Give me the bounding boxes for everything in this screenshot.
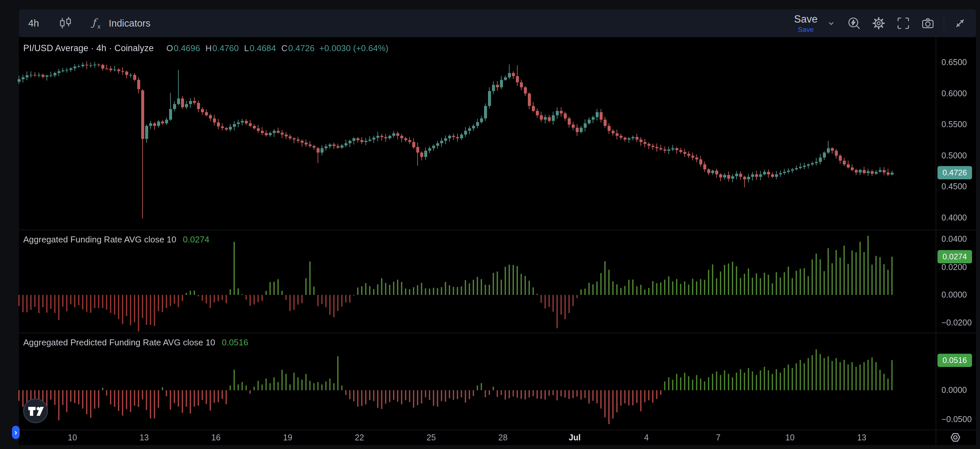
- time-tick-label: 10: [785, 433, 795, 443]
- drawing-panel-expand-handle[interactable]: ›: [12, 426, 20, 439]
- predicted-legend-value: 0.0516: [222, 337, 248, 348]
- funding-legend-value: 0.0274: [183, 235, 210, 245]
- funding-value-badge: 0.0274: [937, 250, 972, 263]
- symbol-title[interactable]: PI/USD Average · 4h · Coinalyze: [23, 43, 154, 54]
- low-label: L: [244, 43, 249, 54]
- price-pane-legend[interactable]: PI/USD Average · 4h · Coinalyze O 0.4696…: [23, 43, 388, 54]
- time-tick-label: 4: [644, 433, 649, 443]
- close-value: 0.4726: [288, 43, 315, 54]
- scale-tick-label: 0.5000: [942, 151, 967, 160]
- time-tick-label: 13: [140, 433, 149, 443]
- scale-tick-label: −0.0200: [942, 318, 972, 327]
- time-tick-label: 7: [716, 433, 721, 443]
- scale-tick-label: 0.4500: [942, 182, 967, 191]
- tradingview-chart-app: 4h ƒ x Indicato: [0, 0, 980, 449]
- time-tick-label: 22: [355, 433, 364, 443]
- time-tick-label: 25: [426, 433, 436, 443]
- high-value: 0.4760: [212, 43, 239, 54]
- open-value: 0.4696: [174, 43, 200, 54]
- scale-tick-label: 0.0200: [942, 262, 967, 272]
- clock-icon[interactable]: [947, 430, 963, 446]
- time-tick-label: 13: [857, 433, 866, 443]
- scale-tick-label: 0.0000: [942, 385, 967, 395]
- price-scale[interactable]: 0.65000.60000.55000.50000.45000.40000.04…: [936, 0, 980, 449]
- scale-tick-label: 0.5500: [942, 119, 967, 129]
- last-price-badge: 0.4726: [937, 166, 972, 179]
- time-tick-label: 28: [498, 433, 508, 443]
- scale-tick-label: −0.0500: [942, 414, 972, 424]
- time-tick-label: 16: [211, 433, 221, 443]
- scale-tick-label: 0.0000: [942, 290, 967, 300]
- high-label: H: [205, 43, 212, 54]
- time-tick-label: 19: [283, 433, 292, 443]
- scale-tick-label: 0.6000: [942, 89, 967, 98]
- scale-tick-label: 0.4000: [942, 213, 967, 222]
- tradingview-logo[interactable]: [23, 398, 48, 425]
- scale-tick-label: 0.6500: [942, 57, 967, 67]
- close-label: C: [282, 43, 288, 54]
- low-value: 0.4684: [250, 43, 276, 54]
- chevron-right-icon: ›: [14, 428, 17, 437]
- funding-pane-legend[interactable]: Aggregated Funding Rate AVG close 10 0.0…: [23, 235, 209, 245]
- funding-legend-title: Aggregated Funding Rate AVG close 10: [23, 235, 177, 245]
- predicted-legend-title: Aggregated Predicted Funding Rate AVG cl…: [23, 337, 215, 348]
- time-tick-label: 10: [68, 433, 77, 443]
- pane-divider-2[interactable]: [19, 333, 976, 333]
- scale-tick-label: 0.0400: [942, 234, 967, 244]
- time-tick-label: Jul: [569, 433, 581, 443]
- time-axis[interactable]: 10131619222528Jul471013: [0, 430, 980, 445]
- predicted-value-badge: 0.0516: [937, 354, 972, 367]
- open-label: O: [166, 43, 173, 54]
- chart-canvas[interactable]: [0, 0, 980, 449]
- pane-divider-1[interactable]: [19, 230, 976, 230]
- change-value: +0.0030 (+0.64%): [319, 43, 388, 54]
- predicted-pane-legend[interactable]: Aggregated Predicted Funding Rate AVG cl…: [23, 337, 248, 348]
